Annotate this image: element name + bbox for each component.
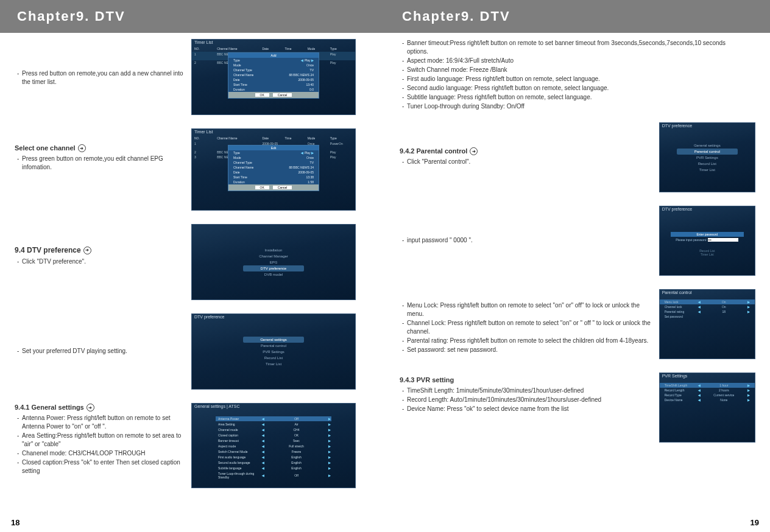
section-title: 9.4.3 PVR setting — [400, 376, 454, 385]
menu-item: Parental control — [243, 343, 304, 349]
menu-item: Installation — [243, 247, 304, 253]
menu-item: DVB model — [243, 271, 304, 278]
page-right: Chapter9. DTV Banner timeout:Press right… — [385, 0, 770, 532]
instruction-text: Closed caption:Press "ok" to enter Then … — [17, 458, 185, 475]
block: input password " 0000 ". DTV preference … — [400, 206, 755, 276]
instruction-text: Banner timeout:Press right/left button o… — [402, 39, 741, 56]
screenshot-general-settings: General settings | ATSC Antenna Power◀Of… — [191, 403, 356, 488]
block: 9.4.3 PVR setting TimeShift Length: 1min… — [400, 373, 755, 443]
instruction-text: Device Name: Press "ok" to select device… — [402, 405, 653, 413]
menu-item: Timer List — [677, 167, 738, 173]
instruction-text: Set password: set new password. — [402, 346, 653, 354]
instruction-text: Click "DTV preference". — [17, 257, 185, 266]
instruction-text: input password " 0000 ". — [402, 236, 653, 245]
page-content: Press red button on remote,you can add a… — [0, 33, 385, 514]
password-field — [708, 238, 738, 242]
instruction-text: First audio language: Press right/left b… — [402, 75, 741, 83]
instruction-text: Subtitle language: Press right/left butt… — [402, 93, 741, 102]
page-number: 19 — [751, 518, 759, 527]
arrow-icon: ➜ — [470, 147, 478, 155]
menu-item-selected: DTV preference — [243, 265, 304, 271]
instruction-text: Parental rating: Press right/left button… — [402, 337, 653, 345]
screenshot-timer-add: Timer List NO.Channel NameDateTimeModeTy… — [191, 39, 356, 115]
instruction-text: Channel Lock: Press right/left button on… — [402, 319, 653, 336]
shot-caption: PVR Settings — [662, 374, 688, 378]
instruction-text: Set your preferred DTV playing setting. — [17, 347, 185, 355]
cancel-button: Cancel — [273, 186, 292, 189]
shot-password-box: Enter password Please input password — [671, 232, 744, 243]
instruction-text: Switch Channel mode: Freeze /Blank — [402, 66, 741, 74]
shot-caption: Timer List — [194, 40, 213, 44]
shot-menu: Installation Channel Manager EPG DTV pre… — [243, 247, 304, 278]
arrow-icon: ➜ — [83, 247, 91, 254]
instruction-text: Press green button on remote,you edit ch… — [17, 155, 185, 172]
password-title: Enter password — [671, 232, 744, 237]
ok-button: OK — [255, 186, 269, 189]
screenshot-pvr-settings: PVR Settings TimeShift Length◀1 hour▶ Re… — [659, 373, 755, 443]
instruction-text: Menu Lock: Press right/left button on re… — [402, 301, 653, 318]
section-title: 9.4 DTV preference — [15, 245, 81, 256]
cancel-button: Cancel — [273, 93, 292, 97]
page-number: 18 — [11, 518, 19, 527]
block: Press red button on remote,you can add a… — [15, 39, 370, 115]
block: Select one channel➜ Press green button o… — [15, 128, 370, 211]
shot-add-dialog: Add Type◀ Play ▶ ModeOnce Channel TypeTV… — [228, 52, 319, 99]
menu-item: Timer List — [699, 253, 715, 256]
menu-item-selected: General settings — [243, 337, 304, 343]
instruction-text: Tuner Loop-through during Standby: On/Of… — [402, 102, 741, 111]
instruction-text: Press red button on remote,you can add a… — [17, 69, 185, 86]
instruction-text: Antenna Power: Press right/left button o… — [17, 414, 185, 431]
page-content: Banner timeout:Press right/left button o… — [385, 33, 770, 468]
shot-caption: DTV preference — [662, 124, 692, 128]
section-title: Select one channel — [15, 144, 76, 153]
instruction-text: Record Length: Auto/1minute/10minutes/30… — [402, 396, 653, 404]
block: Set your preferred DTV playing setting. … — [15, 313, 370, 390]
shot-caption: Timer List — [194, 130, 213, 134]
shot-edit-dialog: Edit Type◀ Play ▶ ModeOnce Channel TypeT… — [228, 145, 319, 191]
arrow-icon: ➜ — [78, 144, 86, 152]
dialog-title: Edit — [228, 145, 319, 150]
instruction-text: Second audio language: Press right/left … — [402, 84, 741, 93]
screenshot-timer-edit: Timer List NO.Channel NameDateTimeModeTy… — [191, 128, 356, 211]
dialog-title: Add — [228, 53, 319, 58]
block: Menu Lock: Press right/left button on re… — [400, 289, 755, 359]
shot-caption: General settings | ATSC — [194, 404, 239, 408]
password-label: Please input password — [676, 238, 706, 242]
screenshot-dtv-preference: DTV preference General settings Parental… — [191, 313, 356, 390]
menu-item: Channel Manager — [243, 253, 304, 259]
block: 9.4.2 Parental control➜ Click "Parental … — [400, 122, 755, 192]
block: 9.4.1 General settings➜ Antenna Power: P… — [15, 403, 370, 488]
ok-button: OK — [255, 93, 269, 97]
section-title: 9.4.1 General settings — [15, 403, 84, 412]
shot-caption: DTV preference — [662, 207, 692, 211]
shot-caption: Parental control — [662, 290, 692, 295]
block: 9.4 DTV preference➜ Click "DTV preferenc… — [15, 224, 370, 300]
section-title: 9.4.2 Parental control — [400, 147, 467, 156]
shot-menu: General settings Parental control PVR Se… — [243, 337, 304, 367]
menu-item: Timer List — [243, 361, 304, 367]
screenshot-main-menu: Installation Channel Manager EPG DTV pre… — [191, 224, 356, 300]
block: Banner timeout:Press right/left button o… — [400, 39, 755, 111]
instruction-text: Click "Parental control". — [402, 158, 653, 166]
arrow-icon: ➜ — [87, 404, 94, 411]
menu-item: EPG — [243, 259, 304, 265]
screenshot-parental-control: Parental control Menu lock◀On▶ Channel l… — [659, 289, 755, 359]
menu-item: General settings — [677, 142, 738, 149]
instruction-text: TimeShift Length: 1minute/5minute/30minu… — [402, 387, 653, 395]
menu-item: PVR Settings — [677, 155, 738, 161]
menu-item-selected: Parental control — [677, 149, 738, 155]
shot-caption: DTV preference — [194, 315, 224, 319]
page-left: Chapter9. DTV Press red button on remote… — [0, 0, 385, 532]
instruction-text: Aspect mode: 16:9/4:3/Full stretch/Auto — [402, 57, 741, 65]
shot-settings: Antenna Power◀Off▶ Area Setting◀Air▶ Cha… — [216, 416, 331, 480]
instruction-text: Area Setting:Press right/left button on … — [17, 432, 185, 449]
screenshot-parental-menu: DTV preference General settings Parental… — [659, 122, 755, 192]
shot-menu: General settings Parental control PVR Se… — [677, 142, 738, 173]
menu-item: Record List — [677, 161, 738, 167]
menu-item: PVR Settings — [243, 349, 304, 355]
menu-item: Record List — [243, 355, 304, 361]
page-header: Chapter9. DTV — [0, 0, 385, 33]
page-header: Chapter9. DTV — [385, 0, 770, 33]
screenshot-password: DTV preference Enter password Please inp… — [659, 206, 755, 276]
instruction-text: Chanenel mode: CH3/CH4/LOOP THROUGH — [17, 449, 185, 458]
